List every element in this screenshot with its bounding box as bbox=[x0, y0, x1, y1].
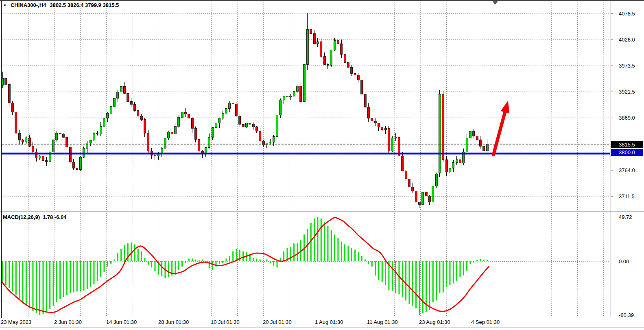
candle-body-up bbox=[229, 103, 231, 108]
macd-bar bbox=[175, 261, 176, 275]
macd-bar bbox=[347, 246, 349, 261]
macd-bar bbox=[273, 261, 274, 266]
macd-bar bbox=[412, 261, 413, 306]
macd-bar bbox=[225, 258, 227, 261]
macd-bar bbox=[114, 260, 115, 261]
candle-body-down bbox=[242, 124, 244, 127]
macd-bar bbox=[49, 261, 50, 309]
macd-bar bbox=[36, 261, 37, 313]
macd-bar bbox=[483, 260, 485, 261]
candle-body-down bbox=[5, 79, 7, 85]
macd-bar bbox=[459, 261, 461, 277]
date-axis-label: 2 Jun 01:30 bbox=[54, 319, 82, 325]
macd-bar bbox=[466, 261, 467, 271]
chart-canvas[interactable] bbox=[0, 0, 644, 330]
date-axis-label: 23 Aug 01:30 bbox=[419, 319, 450, 325]
candle-body-down bbox=[11, 103, 13, 112]
candle-body-down bbox=[8, 84, 10, 103]
macd-bar bbox=[398, 261, 399, 294]
annotation-layer bbox=[493, 101, 509, 155]
candle-body-up bbox=[293, 92, 295, 96]
candle-body-up bbox=[164, 138, 166, 148]
date-axis-label: 11 Aug 01:30 bbox=[367, 319, 398, 325]
macd-bar bbox=[185, 261, 186, 263]
macd-bar bbox=[181, 261, 183, 267]
window-bottom-divider bbox=[0, 327, 644, 328]
macd-bar bbox=[26, 261, 27, 306]
macd-bar bbox=[103, 261, 105, 272]
macd-bar bbox=[446, 261, 447, 287]
macd-bar bbox=[242, 251, 244, 261]
candle-body-down bbox=[357, 75, 359, 80]
candle-body-down bbox=[341, 44, 343, 55]
candle-body-up bbox=[245, 123, 247, 127]
macd-bar bbox=[453, 261, 454, 284]
macd-bar bbox=[19, 261, 20, 299]
macd-bar bbox=[270, 261, 271, 263]
candle-body-down bbox=[402, 156, 404, 171]
macd-bar bbox=[117, 253, 118, 261]
candle-body-up bbox=[317, 42, 319, 44]
macd-bar bbox=[327, 225, 328, 261]
candle-body-down bbox=[232, 103, 234, 104]
candle-body-up bbox=[276, 115, 278, 137]
date-axis-label: 20 Jul 01:30 bbox=[263, 319, 292, 325]
candle-body-down bbox=[476, 136, 478, 140]
macd-bar bbox=[331, 230, 332, 261]
macd-bar bbox=[236, 249, 237, 261]
candle-body-down bbox=[140, 116, 142, 119]
macd-bar bbox=[263, 260, 264, 261]
candle-body-down bbox=[347, 63, 349, 68]
macd-bar bbox=[375, 261, 376, 275]
macd-bar bbox=[168, 261, 169, 277]
candle-body-up bbox=[218, 118, 220, 123]
date-axis-label: 10 Jul 01:30 bbox=[211, 319, 240, 325]
candle-body-down bbox=[133, 104, 135, 110]
macd-bar bbox=[80, 261, 81, 291]
macd-bar bbox=[321, 219, 322, 261]
macd-bar bbox=[56, 261, 57, 302]
price-axis-label: 3711.5 bbox=[619, 193, 635, 200]
candle-body-up bbox=[39, 156, 41, 158]
candle-body-down bbox=[188, 114, 190, 118]
macd-bar bbox=[32, 261, 33, 311]
macd-bar bbox=[134, 244, 135, 261]
candle-body-down bbox=[137, 110, 139, 116]
left-border bbox=[1, 0, 2, 318]
macd-bar bbox=[42, 261, 44, 314]
candle-body-up bbox=[79, 157, 81, 170]
macd-bar bbox=[297, 243, 298, 261]
candle-body-up bbox=[157, 154, 159, 156]
candle-body-down bbox=[361, 80, 363, 94]
chart-window: ▼ CHINA300-,H4 3802.5 3826.4 3799.9 3815… bbox=[0, 0, 644, 330]
up-arrow-shaft[interactable] bbox=[493, 110, 506, 155]
candle-body-up bbox=[334, 41, 336, 50]
candle-body-down bbox=[459, 160, 461, 163]
macd-bar bbox=[382, 261, 383, 282]
macd-bar bbox=[293, 243, 295, 261]
candle-body-up bbox=[469, 131, 471, 138]
candle-body-up bbox=[225, 108, 227, 113]
macd-values: 1.78 -6.04 bbox=[43, 214, 67, 221]
up-arrow-head[interactable] bbox=[501, 101, 509, 114]
candle-body-down bbox=[442, 94, 444, 160]
macd-bar bbox=[473, 261, 474, 262]
hline-price-badge: 3800.0 bbox=[611, 149, 643, 156]
candle-body-up bbox=[212, 128, 214, 137]
macd-bar bbox=[266, 260, 267, 261]
candle-body-down bbox=[76, 168, 78, 170]
candle-body-up bbox=[486, 144, 488, 151]
macd-bar bbox=[232, 251, 234, 261]
macd-bar bbox=[429, 261, 430, 310]
symbol-title: CHINA300-,H4 bbox=[11, 2, 46, 9]
candle-body-down bbox=[255, 127, 258, 131]
candle-body-down bbox=[28, 138, 31, 146]
candle-body-up bbox=[384, 128, 386, 130]
candle-body-up bbox=[432, 186, 434, 202]
candle-body-down bbox=[154, 155, 156, 156]
candle-body-down bbox=[483, 146, 485, 151]
macd-bar bbox=[443, 261, 444, 293]
macd-bar bbox=[392, 261, 393, 291]
candle-body-down bbox=[15, 112, 17, 133]
macd-bar bbox=[395, 261, 396, 293]
